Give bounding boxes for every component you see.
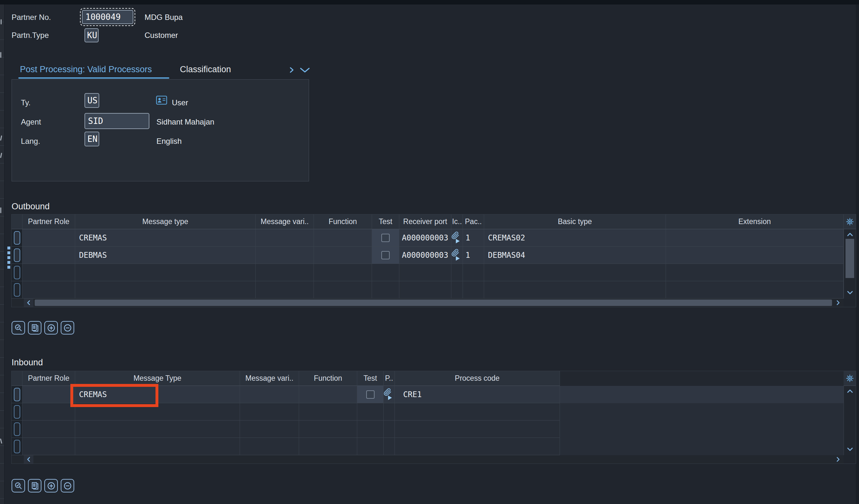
attachment-paperclip-icon[interactable] [383, 387, 393, 402]
scroll-down-icon[interactable] [844, 445, 856, 454]
cell-function[interactable] [299, 386, 357, 403]
cell-empty[interactable] [395, 403, 560, 421]
scroll-left-icon[interactable] [24, 455, 33, 463]
select-all-corner[interactable] [12, 371, 22, 386]
cell-empty[interactable] [395, 421, 560, 438]
cell-function[interactable] [314, 247, 372, 264]
copy-button[interactable] [28, 321, 42, 334]
cell-empty[interactable] [22, 438, 75, 455]
cell-empty[interactable] [666, 281, 844, 299]
col-process-code[interactable]: Process code [395, 371, 560, 386]
cell-empty[interactable] [22, 403, 75, 421]
col-partner-role[interactable]: Partner Role [22, 215, 75, 229]
tab-overflow-chevron-right-icon[interactable] [289, 66, 294, 76]
cell-message-variant[interactable] [256, 229, 314, 247]
outbound-hscrollbar[interactable] [12, 299, 844, 307]
attachment-paperclip-icon[interactable] [451, 248, 461, 263]
cell-empty[interactable] [256, 264, 314, 281]
cell-empty[interactable] [357, 421, 383, 438]
hscroll-thumb[interactable] [35, 300, 832, 306]
cell-empty[interactable] [75, 281, 256, 299]
table-settings-gear-icon[interactable] [844, 371, 856, 386]
cell-empty[interactable] [357, 438, 383, 455]
cell-pac[interactable]: 1 [463, 247, 484, 264]
scroll-up-icon[interactable] [844, 230, 856, 239]
delete-row-button[interactable] [61, 321, 74, 334]
copy-button[interactable] [28, 479, 42, 492]
cell-empty[interactable] [484, 281, 666, 299]
partner-no-input[interactable]: 1000049 [82, 10, 133, 24]
cell-empty[interactable] [75, 438, 240, 455]
test-checkbox[interactable] [366, 390, 375, 399]
row-selector[interactable] [12, 421, 22, 438]
cell-empty[interactable] [240, 421, 299, 438]
col-receiver-port[interactable]: Receiver port [399, 215, 451, 229]
cell-empty[interactable] [240, 438, 299, 455]
partner-type-input[interactable]: KU [85, 28, 99, 42]
cell-extension[interactable] [666, 229, 844, 247]
choose-detail-button[interactable] [12, 479, 25, 492]
tab-classification[interactable]: Classification [180, 64, 231, 75]
cell-message-variant[interactable] [240, 386, 299, 403]
cell-message-variant[interactable] [256, 247, 314, 264]
cell-basic-type[interactable]: DEBMAS04 [484, 247, 666, 264]
row-selector[interactable] [12, 386, 22, 403]
cell-empty[interactable] [399, 281, 451, 299]
col-extension[interactable]: Extension [666, 215, 844, 229]
vscroll-thumb[interactable] [845, 239, 854, 278]
row-selector[interactable] [12, 438, 22, 455]
cell-empty[interactable] [314, 264, 372, 281]
cell-receiver-port[interactable]: A000000003 [399, 229, 451, 247]
scroll-right-icon[interactable] [833, 455, 843, 463]
cell-partner-role[interactable] [22, 247, 75, 264]
scroll-up-icon[interactable] [844, 387, 856, 395]
cell-function[interactable] [314, 229, 372, 247]
choose-detail-button[interactable] [12, 321, 25, 334]
test-checkbox[interactable] [381, 234, 390, 242]
cell-empty[interactable] [666, 264, 844, 281]
cell-extension[interactable] [666, 247, 844, 264]
cell-empty[interactable] [383, 421, 395, 438]
cell-empty[interactable] [22, 264, 75, 281]
scroll-left-icon[interactable] [24, 299, 33, 307]
cell-empty[interactable] [256, 281, 314, 299]
col-test[interactable]: Test [372, 215, 399, 229]
col-partner-role[interactable]: Partner Role [22, 371, 75, 386]
col-message-variant[interactable]: Message vari.. [256, 215, 314, 229]
cell-empty[interactable] [451, 264, 463, 281]
cell-empty[interactable] [463, 281, 484, 299]
cell-empty[interactable] [75, 264, 256, 281]
tab-post-processing[interactable]: Post Processing: Valid Processors [20, 64, 152, 75]
col-p[interactable]: P.. [383, 371, 395, 386]
scroll-right-icon[interactable] [833, 299, 843, 307]
cell-empty[interactable] [372, 264, 399, 281]
col-ic[interactable]: Ic.. [451, 215, 463, 229]
cell-empty[interactable] [240, 403, 299, 421]
cell-empty[interactable] [299, 403, 357, 421]
row-selector[interactable] [12, 403, 22, 421]
cell-basic-type[interactable]: CREMAS02 [484, 229, 666, 247]
cell-pac[interactable]: 1 [463, 229, 484, 247]
cell-receiver-port[interactable]: A000000003 [399, 247, 451, 264]
splitter-drag-handle[interactable] [7, 247, 10, 271]
col-basic-type[interactable]: Basic type [484, 215, 666, 229]
col-pac[interactable]: Pac.. [463, 215, 484, 229]
col-message-variant[interactable]: Message vari.. [240, 371, 299, 386]
table-settings-gear-icon[interactable] [844, 215, 856, 229]
cell-empty[interactable] [463, 264, 484, 281]
cell-empty[interactable] [383, 403, 395, 421]
cell-message-type[interactable]: CREMAS [75, 229, 256, 247]
cell-empty[interactable] [357, 403, 383, 421]
inbound-hscrollbar[interactable] [12, 455, 844, 463]
processor-type-input[interactable]: US [85, 93, 99, 108]
cell-empty[interactable] [22, 281, 75, 299]
agent-input[interactable]: SID [85, 113, 149, 129]
row-selector[interactable] [12, 247, 22, 264]
scroll-down-icon[interactable] [844, 288, 856, 297]
cell-empty[interactable] [451, 281, 463, 299]
inbound-vscrollbar[interactable] [844, 386, 856, 455]
cell-message-type[interactable]: DEBMAS [75, 247, 256, 264]
col-function[interactable]: Function [299, 371, 357, 386]
select-all-corner[interactable] [12, 215, 22, 229]
col-message-type[interactable]: Message type [75, 215, 256, 229]
